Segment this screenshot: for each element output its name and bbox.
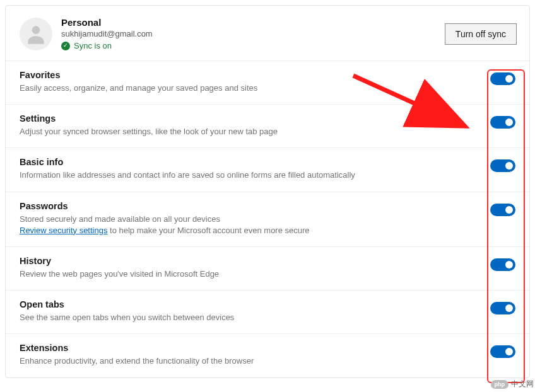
toggle-settings[interactable] [490,116,515,129]
setting-desc: See the same open tabs when you switch b… [20,312,478,323]
setting-text: History Review the web pages you've visi… [20,256,490,280]
setting-title: Basic info [20,157,478,167]
sync-status: ✓ Sync is on [61,41,436,50]
setting-desc: Easily access, organize, and manage your… [20,83,478,94]
settings-list: Favorites Easily access, organize, and m… [6,61,529,378]
setting-title: Passwords [20,201,478,211]
toggle-extensions[interactable] [490,345,515,358]
setting-text: Extensions Enhance productivity, and ext… [20,343,490,367]
setting-row-basic-info: Basic info Information like addresses an… [6,147,529,191]
person-icon [24,22,48,46]
profile-row: Personal sukhijamudit@gmail.com ✓ Sync i… [6,6,529,61]
setting-title: Favorites [20,70,478,80]
check-icon: ✓ [61,42,70,50]
review-security-link[interactable]: Review security settings [20,226,107,235]
setting-row-settings: Settings Adjust your synced browser sett… [6,104,529,147]
toggle-passwords[interactable] [490,204,515,216]
setting-row-history: History Review the web pages you've visi… [6,246,529,290]
passwords-desc-post: to help make your Microsoft account even… [107,226,309,235]
sync-card: Personal sukhijamudit@gmail.com ✓ Sync i… [5,5,530,378]
setting-text: Favorites Easily access, organize, and m… [20,70,490,94]
setting-desc: Stored securely and made available on al… [20,214,478,236]
toggle-basic-info[interactable] [490,159,515,172]
turn-off-sync-button[interactable]: Turn off sync [445,23,517,45]
watermark-logo: php [491,380,509,389]
setting-text: Basic info Information like addresses an… [20,157,490,181]
setting-title: History [20,256,478,266]
setting-desc: Information like addresses and contact i… [20,170,478,181]
setting-title: Settings [20,113,478,124]
setting-row-favorites: Favorites Easily access, organize, and m… [6,61,529,104]
sync-status-text: Sync is on [74,41,112,50]
passwords-desc-pre: Stored securely and made available on al… [20,214,220,224]
toggle-open-tabs[interactable] [490,302,515,314]
setting-text: Open tabs See the same open tabs when yo… [20,299,490,323]
toggle-favorites[interactable] [490,72,515,85]
setting-row-open-tabs: Open tabs See the same open tabs when yo… [6,290,529,333]
watermark: php 中文网 [491,379,534,389]
setting-text: Passwords Stored securely and made avail… [20,201,490,236]
setting-row-passwords: Passwords Stored securely and made avail… [6,192,529,246]
setting-desc: Enhance productivity, and extend the fun… [20,355,478,367]
avatar [20,18,52,50]
setting-desc: Review the web pages you've visited in M… [20,268,478,280]
profile-name: Personal [61,17,436,28]
profile-info: Personal sukhijamudit@gmail.com ✓ Sync i… [61,17,436,50]
setting-text: Settings Adjust your synced browser sett… [20,113,490,137]
watermark-text: 中文网 [511,379,534,389]
setting-title: Open tabs [20,299,478,309]
setting-row-extensions: Extensions Enhance productivity, and ext… [6,333,529,377]
setting-title: Extensions [20,343,478,353]
profile-email: sukhijamudit@gmail.com [61,29,436,38]
svg-point-0 [32,26,40,34]
toggle-history[interactable] [490,258,515,271]
setting-desc: Adjust your synced browser settings, lik… [20,126,478,137]
